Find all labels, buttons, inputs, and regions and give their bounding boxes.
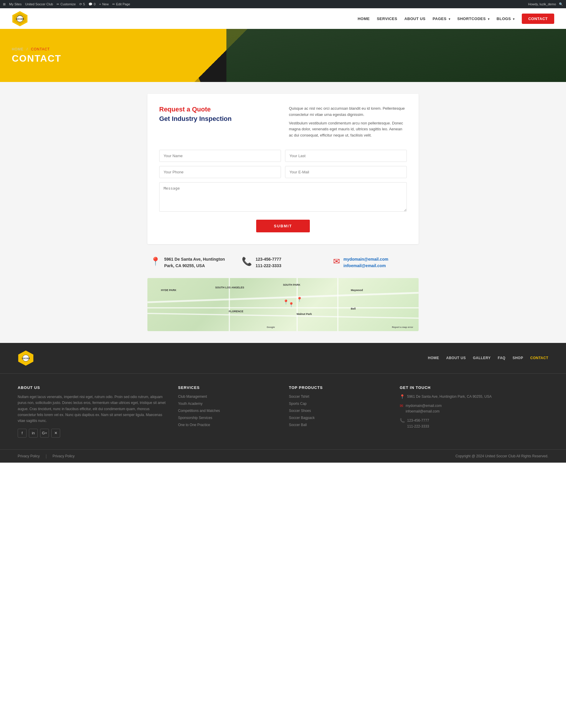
map-pin-1: 📍 bbox=[283, 299, 289, 305]
breadcrumb-home[interactable]: HOME bbox=[12, 47, 24, 51]
footer-address: 📍 5961 De Santa Ave, Huntington Park, CA… bbox=[400, 394, 548, 400]
footer-about-title: ABOUT US bbox=[18, 385, 166, 390]
phone-input[interactable] bbox=[159, 166, 281, 178]
quote-right: Quisque ac nisl nec orci accumsan blandi… bbox=[289, 106, 407, 141]
nav-services[interactable]: SERVICES bbox=[377, 17, 397, 21]
footer-products-list: Soccer Tshirt Sports Cap Soccer Shoes So… bbox=[289, 394, 388, 427]
nav-blogs[interactable]: BLOGS ▾ bbox=[497, 17, 515, 21]
footer-nav-gallery[interactable]: GALLERY bbox=[473, 356, 491, 360]
footer-nav-faq[interactable]: FAQ bbox=[498, 356, 506, 360]
footer-phone-icon: 📞 bbox=[400, 418, 405, 423]
site-name-admin[interactable]: United Soccer Club bbox=[25, 2, 53, 6]
email-icon: ✉ bbox=[333, 257, 340, 266]
customize-admin[interactable]: ✏ Customize bbox=[57, 2, 76, 6]
footer-product-tshirt[interactable]: Soccer Tshirt bbox=[289, 395, 309, 399]
contact-address: 📍 5961 De Santa Ave, Huntington Park, CA… bbox=[150, 256, 233, 269]
social-googleplus[interactable]: G+ bbox=[40, 429, 49, 438]
logo[interactable]: SOCCER bbox=[12, 11, 28, 27]
main-content: Request a Quote Get Industry Inspection … bbox=[0, 82, 566, 343]
email-link2[interactable]: infoemail@email.com bbox=[343, 263, 386, 268]
footer-product-shoes[interactable]: Soccer Shoes bbox=[289, 409, 311, 413]
footer-service-club[interactable]: Club Management bbox=[178, 395, 207, 399]
howdy-text: Howdy, luzik_demo bbox=[528, 2, 556, 6]
quote-heading-blue: Get Industry Inspection bbox=[159, 115, 277, 123]
footer-nav-home[interactable]: HOME bbox=[428, 356, 439, 360]
last-name-input[interactable] bbox=[285, 150, 407, 162]
phone-line1: 123-456-7777 bbox=[256, 257, 281, 262]
blogs-dropdown-arrow: ▾ bbox=[513, 17, 515, 21]
admin-search-icon[interactable]: 🔍 bbox=[559, 2, 563, 6]
footer-bottom-links: Privacy Policy | Privacy Policy bbox=[18, 454, 75, 459]
submit-button[interactable]: SUBMIT bbox=[256, 220, 310, 232]
footer-privacy-2[interactable]: Privacy Policy bbox=[52, 454, 75, 458]
shortcodes-dropdown-arrow: ▾ bbox=[488, 17, 490, 21]
footer-nav-shop[interactable]: SHOP bbox=[513, 356, 523, 360]
footer-service-competitions[interactable]: Competitions and Matches bbox=[178, 409, 220, 413]
footer-phone: 📞 123-456-7777 111-222-3333 bbox=[400, 418, 548, 429]
map-label-south-los: SOUTH LOS ANGELES bbox=[215, 286, 244, 289]
edit-page-admin[interactable]: ✏ Edit Page bbox=[112, 2, 130, 6]
map-label-maywood: Maywood bbox=[351, 289, 363, 292]
comments-admin[interactable]: 💬 0 bbox=[88, 2, 96, 6]
social-icons: f in G+ ✕ bbox=[18, 429, 166, 438]
map-pin-2: 📍 bbox=[297, 297, 302, 302]
quote-desc-1: Quisque ac nisl nec orci accumsan blandi… bbox=[289, 106, 407, 118]
social-instagram[interactable]: in bbox=[29, 429, 38, 438]
footer-privacy-1[interactable]: Privacy Policy bbox=[18, 454, 40, 458]
wp-logo[interactable]: ⊞ bbox=[3, 2, 6, 6]
map-label-walnut: Walnut Park bbox=[297, 313, 312, 315]
footer-services-list: Club Management Youth Academy Competitio… bbox=[178, 394, 277, 427]
message-input[interactable] bbox=[159, 182, 407, 212]
contact-email: ✉ mydomain@email.com infoemail@email.com bbox=[333, 256, 416, 269]
admin-right: Howdy, luzik_demo 🔍 bbox=[528, 2, 563, 6]
nav-about[interactable]: ABOUT US bbox=[404, 17, 426, 21]
footer-copyright: Copyright @ 2024 United Soccer Club All … bbox=[455, 454, 548, 458]
footer-nav-about[interactable]: ABOUT US bbox=[446, 356, 466, 360]
quote-section: Request a Quote Get Industry Inspection … bbox=[147, 94, 419, 244]
updates-admin[interactable]: ⟳ 5 bbox=[79, 2, 85, 6]
map-report[interactable]: Report a map error bbox=[392, 326, 413, 328]
contact-info-row: 📍 5961 De Santa Ave, Huntington Park, CA… bbox=[147, 256, 419, 269]
social-twitter[interactable]: ✕ bbox=[51, 429, 60, 438]
site-header: SOCCER HOME SERVICES ABOUT US PAGES ▾ SH… bbox=[0, 8, 566, 29]
footer-logo[interactable]: SOCCER bbox=[18, 350, 34, 366]
social-facebook[interactable]: f bbox=[18, 429, 27, 438]
footer-services-col: SERVICES Club Management Youth Academy C… bbox=[178, 385, 277, 438]
footer-email-icon: ✉ bbox=[400, 403, 403, 408]
footer-content: ABOUT US Nullam eget lacus venenatis, im… bbox=[0, 374, 566, 449]
nav-home[interactable]: HOME bbox=[358, 17, 370, 21]
email-link1[interactable]: mydomain@email.com bbox=[343, 257, 388, 262]
map-label-florence: FLORENCE bbox=[229, 310, 243, 313]
contact-button[interactable]: Contact bbox=[522, 14, 554, 24]
footer-products-col: Top Products Soccer Tshirt Sports Cap So… bbox=[289, 385, 388, 438]
contact-phone: 📞 123-456-7777 111-222-3333 bbox=[242, 256, 324, 269]
email-input[interactable] bbox=[285, 166, 407, 178]
footer-nav-contact[interactable]: CONTACT bbox=[530, 356, 548, 360]
map-container[interactable]: HYDE PARK SOUTH LOS ANGELES SOUTH PARK M… bbox=[147, 278, 419, 331]
footer-service-sponsorship[interactable]: Sponsorship Services bbox=[178, 416, 212, 420]
nav-pages[interactable]: PAGES ▾ bbox=[433, 17, 450, 21]
footer-address-text: 5961 De Santa Ave, Huntington Park, CA 9… bbox=[407, 394, 492, 400]
map-google: Google bbox=[267, 326, 275, 328]
page-title: CONTACT bbox=[12, 53, 61, 64]
address-line2: Park, CA 90255, USA bbox=[164, 263, 205, 268]
footer-bottom: Privacy Policy | Privacy Policy Copyrigh… bbox=[0, 449, 566, 463]
footer-product-cap[interactable]: Sports Cap bbox=[289, 402, 307, 406]
footer-product-bagpack[interactable]: Soccer Bagpack bbox=[289, 416, 315, 420]
phone-line2: 111-222-3333 bbox=[256, 263, 281, 268]
footer-contact-title: GET IN TOUCH bbox=[400, 385, 548, 390]
footer-service-onetone[interactable]: One to One Practice bbox=[178, 423, 210, 427]
footer-service-youth[interactable]: Youth Academy bbox=[178, 402, 203, 406]
footer-logo-icon: SOCCER bbox=[18, 350, 34, 366]
map-placeholder: HYDE PARK SOUTH LOS ANGELES SOUTH PARK M… bbox=[147, 278, 419, 331]
first-name-input[interactable] bbox=[159, 150, 281, 162]
new-admin[interactable]: + New bbox=[99, 2, 108, 6]
map-pin-3: 📍 bbox=[288, 302, 294, 308]
nav-shortcodes[interactable]: SHORTCODES ▾ bbox=[457, 17, 489, 21]
hero-brush bbox=[141, 29, 200, 82]
footer-product-ball[interactable]: Soccer Ball bbox=[289, 423, 307, 427]
map-label-bell: Bell bbox=[351, 307, 356, 310]
svg-text:SOCCER: SOCCER bbox=[16, 18, 24, 20]
footer-products-title: Top Products bbox=[289, 385, 388, 390]
my-sites[interactable]: My Sites bbox=[9, 2, 22, 6]
